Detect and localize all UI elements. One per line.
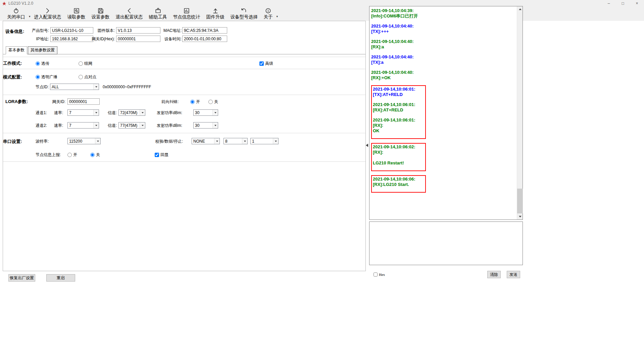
work-mode-radio-network[interactable] [79,61,83,66]
log-entry: 2021-09-14,10:04:40:[RX]:a [371,39,516,50]
node-report-on-label: 开 [73,152,77,158]
gateway-id-input[interactable] [67,98,100,105]
log-scrollbar[interactable] [517,6,523,219]
chevron-down-icon [242,138,247,144]
minimize-button[interactable]: – [602,0,616,7]
log-area[interactable]: 2021-09-14,10:04:39:[Info]:COM6串口已打开2021… [371,8,516,218]
node-report-off-label: 关 [96,152,100,158]
mode-radio-broadcast[interactable] [36,75,40,79]
log-line: 2021-09-14,10:06:02: [373,144,423,150]
power-label: 发射功率dBm: [157,109,182,116]
device-time-label: 设备时间: [151,36,182,42]
data-bits-select[interactable]: 8 [224,138,248,144]
log-line: 2021-09-14,10:06:01: [373,102,423,107]
log-line: 2021-09-14,10:04:40: [371,54,516,60]
channel-2-rate-select[interactable]: 7 [67,122,99,129]
scroll-down-icon[interactable] [517,214,523,219]
log-line: 2021-09-14,10:04:40: [371,23,516,29]
scroll-up-icon[interactable] [517,6,523,12]
gateway-id-label: 网关ID: [37,98,65,105]
log-line: [TX]:+++ [371,29,516,34]
log-line: 2021-09-14,10:06:01: [373,117,423,123]
close-button[interactable]: × [630,0,644,7]
channel-1-power-select[interactable]: 30 [193,109,218,116]
device-model-button[interactable]: 设备型号选择 [228,7,261,20]
channel-1-channel-select[interactable]: 72(470M) [118,109,145,116]
log-line: 2021-09-14,10:04:40: [371,39,516,44]
stop-bits-select[interactable]: 1 [250,138,279,144]
node-report-radio-off[interactable] [90,153,95,157]
node-report-radio-on[interactable] [67,153,72,157]
scrollbar-thumb[interactable] [517,189,523,213]
node-id-hint: 0x00000000~0xFFFFFFFF [103,84,151,90]
chevron-down-icon [212,110,218,115]
device-time-input[interactable] [182,36,227,42]
chevron-down-icon[interactable]: ▾ [276,15,279,18]
set-params-button[interactable]: 设置参数 [89,7,113,20]
tab-other-params[interactable]: 其他参数设置 [28,46,57,54]
echo-label: 回显 [160,152,168,158]
send-button[interactable]: 发送 [507,271,520,278]
maximize-button[interactable]: □ [616,0,630,7]
mac-address-input[interactable] [182,27,227,34]
firmware-upgrade-button[interactable]: 固件升级 [203,7,228,20]
tab-basic-params[interactable]: 基本参数 [6,46,27,54]
window-controls: – □ × [602,0,644,7]
about-button[interactable]: 关于 [261,7,276,20]
log-entry: 2021-09-14,10:04:40:[TX]:+++ [371,23,516,34]
chevron-down-icon[interactable]: ▾ [28,15,31,18]
channel-1-row: 通道1: 速率: 7 信道: 72(470M) 发射功率dBm: 30 [3,109,365,116]
node-report-option-off[interactable]: 关 [90,151,100,158]
fec-label: 前向纠错: [161,98,179,105]
work-mode-option-network[interactable]: 组网 [79,60,92,67]
fec-option-off[interactable]: 关 [208,98,218,105]
log-entry: 2021-09-14,10:06:02:[RX]: LG210 Restart! [373,144,423,166]
log-line: [RX]: [373,150,423,155]
log-group: 2021-09-14,10:04:39:[Info]:COM6串口已打开2021… [371,8,516,81]
restart-button[interactable]: 重启 [46,274,75,282]
log-annotation-box: 2021-09-14,10:06:06:[RX]:LG210 Start. [371,175,426,193]
fec-radio-on[interactable] [190,100,195,104]
log-entry: 2021-09-14,10:04:40:[TX]:a [371,54,516,65]
parity-data-stop-label: 校验/数据/停止: [155,138,183,145]
chevron-down-icon [214,138,219,144]
parity-select[interactable]: NONE [192,138,220,144]
channel-2-channel-select[interactable]: 77(475M) [118,122,145,129]
enter-config-button[interactable]: 进入配置状态 [31,7,64,20]
exit-config-icon [126,7,133,14]
clear-button[interactable]: 清除 [487,271,501,278]
echo-checkbox-field[interactable]: 回显 [155,151,168,158]
node-report-option-on[interactable]: 开 [67,151,77,158]
channel-2-power-select[interactable]: 30 [193,122,218,129]
node-id-select[interactable]: ALL [50,84,99,90]
hex-checkbox[interactable] [374,273,378,277]
channel-1-rate-select[interactable]: 7 [67,109,99,116]
baud-rate-select[interactable]: 115200 [67,138,101,144]
work-mode-option-transparent[interactable]: 透传 [36,60,49,67]
fec-option-on[interactable]: 开 [190,98,200,105]
aux-tools-button[interactable]: 辅助工具 [146,7,170,20]
log-line: [TX]:a [371,60,516,65]
log-entry: 2021-09-14,10:04:39:[Info]:COM6串口已打开 [371,8,516,19]
exit-config-button[interactable]: 退出配置状态 [113,7,146,20]
collapse-panel-icon[interactable] [366,144,368,147]
log-line: OK [373,128,423,134]
close-serial-button[interactable]: 关闭串口 [4,7,28,20]
toolbar: 关闭串口 ▾ 进入配置状态 读取参数 设置参数 退出配置状态 辅助工具 节点信息… [0,7,644,21]
mode-option-p2p[interactable]: 点对点 [79,73,96,80]
advanced-checkbox[interactable] [259,61,264,66]
channel-2-row: 通道2: 速率: 7 信道: 77(475M) 发射功率dBm: 30 [3,122,365,129]
mode-radio-p2p[interactable] [79,75,83,79]
echo-checkbox[interactable] [155,153,159,157]
fec-radio-off[interactable] [208,100,213,104]
work-mode-radio-transparent[interactable] [36,61,40,66]
log-entry: 2021-09-14,10:06:01:[RX]:OK [373,117,423,134]
hex-checkbox-field[interactable]: Hex [374,273,385,277]
mode-option-broadcast[interactable]: 透明广播 [36,73,57,80]
advanced-checkbox-field[interactable]: 高级 [259,60,273,67]
read-params-button[interactable]: 读取参数 [64,7,89,20]
log-annotation-box: 2021-09-14,10:06:01:[TX]:AT+RELD2021-09-… [371,85,426,139]
node-stats-button[interactable]: 节点信息统计 [170,7,203,20]
factory-reset-button[interactable]: 恢复出厂设置 [8,274,35,282]
send-input[interactable] [369,221,523,265]
